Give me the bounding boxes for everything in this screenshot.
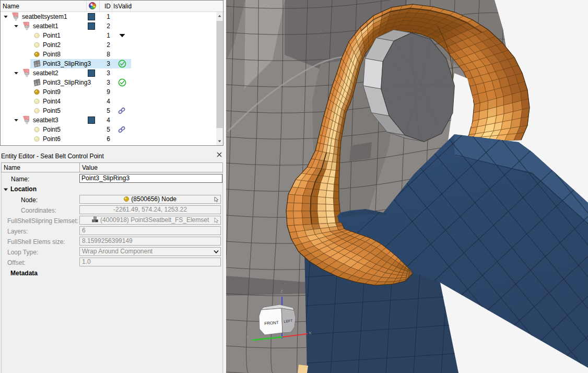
svg-text:9: 9 [107, 88, 110, 96]
svg-text:Point3_SlipRing3: Point3_SlipRing3 [43, 60, 91, 67]
svg-text:1: 1 [107, 13, 110, 20]
svg-text:seatbelt3: seatbelt3 [33, 116, 58, 124]
svg-text:Point8: Point8 [43, 51, 61, 58]
svg-text:Point4: Point4 [43, 98, 61, 105]
svg-text:FRONT: FRONT [264, 320, 279, 326]
svg-text:3: 3 [107, 69, 110, 77]
svg-text:seatbeltsystem1: seatbeltsystem1 [22, 13, 67, 20]
svg-text:Point9: Point9 [43, 88, 61, 96]
svg-text:3: 3 [107, 79, 110, 86]
svg-text:Z: Z [280, 289, 283, 294]
svg-text:1: 1 [107, 32, 110, 39]
svg-text:Point6: Point6 [43, 135, 61, 143]
svg-text:8: 8 [107, 51, 110, 58]
svg-text:Point3_SlipRing3: Point3_SlipRing3 [43, 79, 91, 86]
svg-text:Point5: Point5 [43, 107, 61, 114]
svg-text:5: 5 [107, 126, 110, 133]
svg-text:X: X [309, 331, 312, 335]
svg-text:2: 2 [107, 22, 110, 30]
svg-text:Point5: Point5 [43, 126, 61, 133]
svg-text:Point1: Point1 [43, 32, 61, 39]
svg-text:3: 3 [107, 60, 110, 67]
svg-text:Point2: Point2 [43, 41, 61, 49]
svg-text:4: 4 [107, 116, 110, 124]
svg-text:ID: ID [104, 3, 111, 10]
svg-text:Y: Y [246, 335, 250, 340]
svg-text:2: 2 [107, 41, 110, 49]
svg-text:seatbelt1: seatbelt1 [33, 22, 58, 30]
svg-text:IsValid: IsValid [113, 3, 132, 10]
svg-text:seatbelt2: seatbelt2 [33, 69, 58, 77]
svg-text:4: 4 [107, 98, 110, 105]
svg-text:5: 5 [107, 107, 110, 114]
svg-text:Name: Name [3, 3, 19, 10]
svg-text:6: 6 [107, 135, 110, 143]
